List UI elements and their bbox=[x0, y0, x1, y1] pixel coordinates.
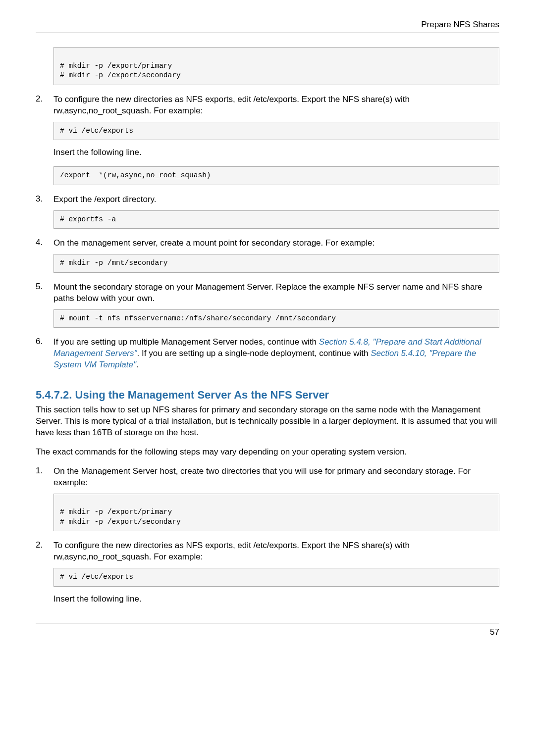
list-number: 1. bbox=[36, 466, 54, 476]
code-block: /export *(rw,async,no_root_squash) bbox=[54, 166, 499, 185]
section-paragraph: The exact commands for the following ste… bbox=[36, 447, 499, 458]
step-text: Insert the following line. bbox=[54, 594, 499, 605]
step-text: If you are setting up multiple Managemen… bbox=[54, 337, 499, 371]
list-item: 5. Mount the secondary storage on your M… bbox=[36, 282, 499, 328]
code-block: # mkdir -p /export/primary # mkdir -p /e… bbox=[54, 494, 499, 532]
list-number: 2. bbox=[36, 540, 54, 550]
step-text: On the management server, create a mount… bbox=[54, 238, 499, 249]
text-span: . If you are setting up a single-node de… bbox=[137, 349, 371, 358]
list-number: 2. bbox=[36, 94, 54, 104]
ordered-list-upper: # mkdir -p /export/primary # mkdir -p /e… bbox=[36, 47, 499, 371]
step-text: On the Management Server host, create tw… bbox=[54, 466, 499, 489]
step-text: To configure the new directories as NFS … bbox=[54, 94, 499, 117]
bottom-rule bbox=[36, 623, 499, 623]
text-span: If you are setting up multiple Managemen… bbox=[54, 337, 319, 347]
list-item: 4. On the management server, create a mo… bbox=[36, 238, 499, 273]
section-heading: 5.4.7.2. Using the Management Server As … bbox=[36, 389, 499, 402]
list-number: 3. bbox=[36, 194, 54, 204]
page-container: Prepare NFS Shares # mkdir -p /export/pr… bbox=[0, 0, 535, 647]
section-paragraph: This section tells how to set up NFS sha… bbox=[36, 404, 499, 439]
list-item: 2. To configure the new directories as N… bbox=[36, 540, 499, 605]
code-block: # exportfs -a bbox=[54, 210, 499, 229]
list-item: 3. Export the /export directory. # expor… bbox=[36, 194, 499, 229]
running-title: Prepare NFS Shares bbox=[36, 20, 499, 30]
step-text: Mount the secondary storage on your Mana… bbox=[54, 282, 499, 304]
code-block: # vi /etc/exports bbox=[54, 568, 499, 587]
text-span: . bbox=[136, 360, 139, 369]
list-number: 6. bbox=[36, 337, 54, 347]
step-text: Export the /export directory. bbox=[54, 194, 499, 205]
list-item: 1. On the Management Server host, create… bbox=[36, 466, 499, 532]
list-number: 5. bbox=[36, 282, 54, 292]
code-block: # mkdir -p /mnt/secondary bbox=[54, 254, 499, 273]
step-text: To configure the new directories as NFS … bbox=[54, 540, 499, 563]
code-block: # mount -t nfs nfsservername:/nfs/share/… bbox=[54, 309, 499, 328]
list-item: # mkdir -p /export/primary # mkdir -p /e… bbox=[36, 47, 499, 85]
ordered-list-lower: 1. On the Management Server host, create… bbox=[36, 466, 499, 605]
code-block: # vi /etc/exports bbox=[54, 122, 499, 141]
step-text: Insert the following line. bbox=[54, 147, 499, 158]
page-number: 57 bbox=[36, 627, 499, 637]
list-item: 6. If you are setting up multiple Manage… bbox=[36, 337, 499, 371]
list-number: 4. bbox=[36, 238, 54, 248]
code-block: # mkdir -p /export/primary # mkdir -p /e… bbox=[54, 47, 499, 85]
top-rule bbox=[36, 33, 499, 33]
list-item: 2. To configure the new directories as N… bbox=[36, 94, 499, 185]
